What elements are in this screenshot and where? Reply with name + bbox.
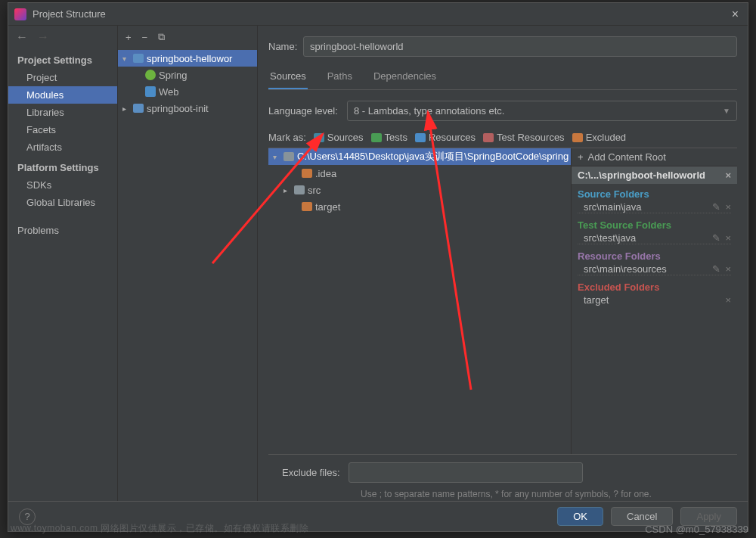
language-level-value: 8 - Lambdas, type annotations etc. xyxy=(354,105,504,117)
language-level-select[interactable]: 8 - Lambdas, type annotations etc. ▼ xyxy=(347,101,737,121)
tab-dependencies[interactable]: Dependencies xyxy=(372,67,438,89)
tree-root[interactable]: ▾ C:\Users\14485\Desktop\java实训项目\Spring… xyxy=(268,148,571,165)
remove-icon[interactable]: × xyxy=(725,294,731,306)
remove-icon[interactable]: × xyxy=(725,201,731,213)
module-detail-panel: Name: Sources Paths Dependencies Languag… xyxy=(258,26,748,501)
mark-tests[interactable]: Tests xyxy=(371,132,407,143)
name-label: Name: xyxy=(268,41,303,52)
module-label: Web xyxy=(159,86,179,98)
resource-folders-title: Resource Folders xyxy=(578,250,731,262)
excluded-folders-title: Excluded Folders xyxy=(578,281,731,293)
nav-project[interactable]: Project xyxy=(8,69,117,86)
exclude-files-input[interactable] xyxy=(349,462,583,483)
remove-content-root-icon[interactable]: × xyxy=(725,169,731,181)
app-icon xyxy=(14,8,26,20)
mark-resources[interactable]: Resources xyxy=(415,132,476,143)
window-title: Project Structure xyxy=(33,8,729,20)
titlebar: Project Structure × xyxy=(8,3,748,26)
source-folders-title: Source Folders xyxy=(578,188,731,200)
tab-sources[interactable]: Sources xyxy=(268,67,308,89)
mark-sources[interactable]: Sources xyxy=(314,132,364,143)
nav-libraries[interactable]: Libraries xyxy=(8,104,117,121)
left-nav: ← → Project Settings Project Modules Lib… xyxy=(8,26,118,501)
close-icon[interactable]: × xyxy=(729,8,742,21)
watermark-footer: www.toymoban.com 网络图片仅供展示，已存储。如有侵权请联系删除 xyxy=(11,522,308,535)
section-project-settings: Project Settings xyxy=(8,48,117,69)
watermark: CSDN @m0_57938339 xyxy=(645,524,748,535)
module-springboot-helloworld[interactable]: ▾ springboot-hellowor xyxy=(118,50,257,67)
edit-icon[interactable]: ✎ xyxy=(712,232,720,244)
tree-idea[interactable]: .idea xyxy=(268,165,571,182)
test-folder-item[interactable]: src\test\java ✎× xyxy=(578,232,731,244)
remove-icon[interactable]: × xyxy=(725,232,731,244)
section-platform-settings: Platform Settings xyxy=(8,156,117,176)
source-folder-item[interactable]: src\main\java ✎× xyxy=(578,201,731,213)
language-level-label: Language level: xyxy=(268,105,347,117)
tree-target[interactable]: target xyxy=(268,198,571,215)
plus-icon: + xyxy=(578,151,584,163)
nav-artifacts[interactable]: Artifacts xyxy=(8,138,117,156)
module-label: springboot-hellowor xyxy=(147,53,232,64)
mark-as-label: Mark as: xyxy=(268,132,306,143)
remove-module-icon[interactable]: − xyxy=(142,32,148,43)
module-label: springboot-init xyxy=(147,103,209,114)
name-input[interactable] xyxy=(303,36,737,57)
remove-icon[interactable]: × xyxy=(725,263,731,275)
test-folders-title: Test Source Folders xyxy=(578,219,731,231)
copy-module-icon[interactable]: ⧉ xyxy=(158,31,165,43)
module-web[interactable]: Web xyxy=(118,83,257,100)
module-label: Spring xyxy=(159,70,187,81)
mark-excluded[interactable]: Excluded xyxy=(572,132,626,143)
nav-modules[interactable]: Modules xyxy=(8,86,117,104)
content-root-header: C:\...\springboot-helloworld × xyxy=(572,166,737,184)
module-spring[interactable]: Spring xyxy=(118,67,257,83)
module-springboot-init[interactable]: ▸ springboot-init xyxy=(118,100,257,117)
chevron-down-icon: ▼ xyxy=(723,107,730,115)
exclude-hint: Use ; to separate name patterns, * for a… xyxy=(268,487,737,501)
project-structure-dialog: Project Structure × ← → Project Settings… xyxy=(8,2,748,532)
nav-back-icon[interactable]: ← xyxy=(16,30,28,44)
exclude-files-label: Exclude files: xyxy=(282,467,349,478)
add-content-root-button[interactable]: + Add Content Root xyxy=(572,148,737,166)
excluded-folder-item[interactable]: target × xyxy=(578,294,731,306)
add-module-icon[interactable]: + xyxy=(125,32,132,43)
resource-folder-item[interactable]: src\main\resources ✎× xyxy=(578,263,731,275)
module-list-panel: + − ⧉ ▾ springboot-hellowor Spring Web xyxy=(118,26,258,501)
content-root-panel: + Add Content Root C:\...\springboot-hel… xyxy=(571,148,737,454)
tree-src[interactable]: ▸ src xyxy=(268,182,571,198)
tab-paths[interactable]: Paths xyxy=(326,67,354,89)
edit-icon[interactable]: ✎ xyxy=(712,201,720,213)
module-tabs: Sources Paths Dependencies xyxy=(268,67,737,90)
nav-global-libraries[interactable]: Global Libraries xyxy=(8,194,117,211)
content-file-tree: ▾ C:\Users\14485\Desktop\java实训项目\Spring… xyxy=(268,148,571,454)
nav-problems[interactable]: Problems xyxy=(8,222,117,239)
nav-sdks[interactable]: SDKs xyxy=(8,176,117,194)
ok-button[interactable]: OK xyxy=(557,507,603,526)
edit-icon[interactable]: ✎ xyxy=(712,263,720,275)
mark-test-resources[interactable]: Test Resources xyxy=(483,132,565,143)
nav-facets[interactable]: Facets xyxy=(8,121,117,138)
nav-forward-icon[interactable]: → xyxy=(37,30,49,44)
